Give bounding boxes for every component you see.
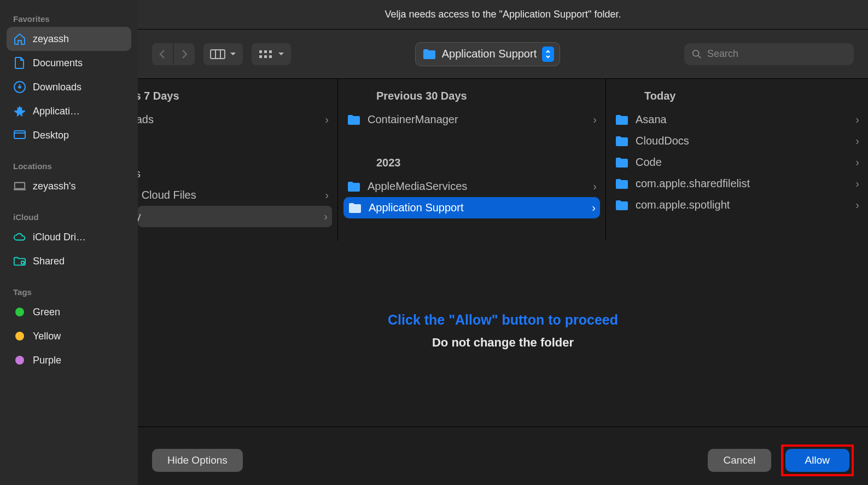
folder-row[interactable]: ary ›: [138, 206, 332, 227]
chevron-down-icon: [278, 51, 284, 57]
row-label: Application Support: [369, 201, 463, 214]
row-label: CloudDocs: [636, 135, 689, 147]
updown-arrows-icon: [542, 47, 554, 62]
folder-icon: [347, 114, 361, 126]
group-button[interactable]: [252, 43, 291, 65]
svg-point-3: [21, 261, 25, 264]
sidebar-item-desktop[interactable]: Desktop: [7, 123, 131, 147]
folder-row[interactable]: Code ›: [606, 152, 868, 173]
folder-icon: [347, 181, 361, 193]
svg-rect-7: [269, 50, 272, 53]
desktop-icon: [13, 129, 26, 142]
sidebar-heading-favorites: Favorites: [7, 10, 131, 27]
instruction-secondary: Do not change the folder: [432, 336, 574, 350]
row-label: Code: [636, 156, 662, 169]
download-icon: [13, 80, 26, 94]
search-icon: [692, 49, 702, 60]
folder-row[interactable]: Asana ›: [606, 109, 868, 130]
folder-row[interactable]: com.apple.spotlight ›: [606, 194, 868, 216]
allow-highlight-box: Allow: [781, 444, 854, 476]
sidebar-tag-yellow[interactable]: Yellow: [7, 324, 131, 348]
laptop-icon: [13, 180, 26, 193]
sidebar-item-label: Documents: [33, 57, 83, 69]
window-title: Velja needs access to the "Application S…: [138, 0, 868, 30]
apps-icon: [13, 105, 26, 118]
back-button[interactable]: [152, 43, 173, 65]
folder-icon: [615, 157, 629, 169]
sidebar-heading-locations: Locations: [7, 157, 131, 174]
sidebar: Favorites zeyassh Documents Downloads Ap…: [0, 0, 138, 485]
chevron-down-icon: [230, 51, 236, 57]
sidebar-heading-tags: Tags: [7, 283, 131, 300]
sidebar-item-applications[interactable]: Applicati…: [7, 99, 131, 123]
columns-icon: [210, 49, 225, 59]
row-label: tive Cloud Files: [138, 189, 196, 201]
search-field[interactable]: [684, 43, 854, 65]
folder-row[interactable]: ContainerManager ›: [338, 109, 605, 130]
nav-arrows: [152, 43, 195, 65]
sidebar-item-home[interactable]: zeyassh: [7, 27, 131, 51]
folder-row[interactable]: CloudDocs ›: [606, 130, 868, 152]
year-heading: 2023: [338, 130, 605, 176]
row-label: s: [138, 168, 141, 180]
row-label: com.apple.sharedfilelist: [636, 177, 750, 190]
sidebar-item-label: Desktop: [33, 130, 69, 141]
folder-row[interactable]: AppleMediaServices ›: [338, 176, 605, 197]
row-label: nloads: [138, 113, 154, 126]
svg-rect-9: [264, 55, 267, 58]
sidebar-item-label: Downloads: [33, 82, 81, 93]
sidebar-heading-icloud: iCloud: [7, 208, 131, 225]
sidebar-item-label: Shared: [33, 256, 65, 267]
sidebar-item-documents[interactable]: Documents: [7, 51, 131, 75]
folder-icon: [615, 114, 629, 126]
document-icon: [13, 56, 26, 70]
chevron-right-icon: ›: [855, 199, 859, 211]
cancel-button[interactable]: Cancel: [708, 449, 771, 472]
footer-divider: [138, 426, 868, 427]
svg-rect-5: [259, 50, 262, 53]
chevron-right-icon: ›: [855, 135, 859, 147]
title-text: Velja needs access to the "Application S…: [385, 9, 621, 20]
chevron-right-icon: ›: [593, 180, 597, 193]
folder-icon: [615, 135, 629, 147]
folder-row[interactable]: nloads ›: [138, 109, 337, 130]
sidebar-item-label: iCloud Dri…: [33, 232, 86, 243]
sidebar-item-label: Green: [33, 307, 60, 318]
row-label: ary: [138, 210, 141, 223]
search-input[interactable]: [707, 48, 846, 60]
sidebar-tag-purple[interactable]: Purple: [7, 348, 131, 372]
sidebar-item-computer[interactable]: zeyassh's: [7, 174, 131, 198]
chevron-right-icon: ›: [855, 156, 859, 169]
chevron-right-icon: [180, 49, 188, 59]
folder-row[interactable]: tive Cloud Files ›: [138, 184, 337, 206]
folder-path-picker[interactable]: Application Support: [415, 42, 560, 66]
column-heading: Previous 30 Days: [338, 85, 605, 109]
svg-rect-2: [15, 183, 25, 189]
folder-row-selected[interactable]: Application Support ›: [343, 197, 600, 218]
svg-rect-4: [211, 50, 225, 59]
allow-button[interactable]: Allow: [785, 449, 849, 472]
shared-folder-icon: [13, 255, 26, 268]
sidebar-tag-green[interactable]: Green: [7, 300, 131, 324]
folder-icon: [615, 178, 629, 190]
tag-dot-icon: [13, 305, 26, 319]
row-label: Asana: [636, 113, 667, 126]
folder-icon: [615, 199, 629, 211]
sidebar-item-icloud-drive[interactable]: iCloud Dri…: [7, 225, 131, 249]
sidebar-item-label: Applicati…: [33, 106, 80, 117]
sidebar-item-downloads[interactable]: Downloads: [7, 75, 131, 99]
view-columns-button[interactable]: [203, 43, 243, 65]
forward-button[interactable]: [174, 43, 195, 65]
cloud-icon: [13, 230, 26, 244]
sidebar-item-label: zeyassh's: [33, 181, 75, 192]
svg-rect-6: [264, 50, 267, 53]
row-label: com.apple.spotlight: [636, 199, 730, 211]
grid-icon: [258, 49, 273, 59]
sidebar-item-shared[interactable]: Shared: [7, 249, 131, 273]
folder-row[interactable]: com.apple.sharedfilelist ›: [606, 173, 868, 194]
folder-name: Application Support: [442, 48, 537, 60]
hide-options-button[interactable]: Hide Options: [152, 449, 243, 472]
toolbar: Application Support: [138, 30, 868, 79]
folder-row[interactable]: s: [138, 163, 337, 184]
svg-point-11: [693, 50, 699, 56]
